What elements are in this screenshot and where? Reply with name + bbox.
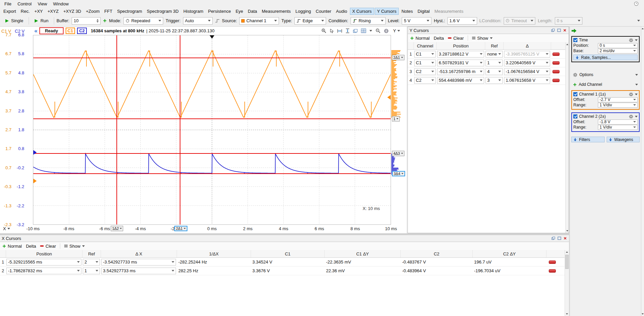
y-delta-button[interactable]: Delta [434, 36, 444, 41]
y-cursor-position-select[interactable]: 6.507829181 V [437, 60, 484, 66]
y-axis-selector[interactable]: Y [391, 28, 402, 34]
y-cursor-ref-select[interactable]: 3 [486, 77, 503, 84]
y-show-button[interactable]: Show [472, 36, 493, 41]
length-select[interactable]: 0 s [555, 17, 582, 25]
trigger-level-marker[interactable] [387, 95, 391, 100]
remove-cursor-button[interactable] [552, 52, 560, 56]
quad-view-icon[interactable]: 1234 [360, 28, 367, 33]
view-export[interactable]: Export [1, 8, 19, 15]
x-cursor-marker-2Δ1[interactable]: 2Δ1 [174, 226, 187, 231]
y-cursor-ref-select[interactable]: 4 [486, 68, 503, 75]
options-select[interactable]: Options [571, 72, 640, 78]
remove-cursor-button[interactable] [549, 260, 556, 264]
float-window-icon[interactable] [550, 29, 556, 32]
remove-cursor-button[interactable] [549, 269, 556, 273]
y-cursor-position-select[interactable]: -513.167259786 m [437, 68, 484, 75]
channel1-checkbox[interactable] [573, 92, 577, 96]
spinner-arrows-icon[interactable] [97, 19, 99, 23]
channel1-range-select[interactable]: 1 V/div [598, 103, 638, 108]
view-mode-chevron-icon[interactable] [369, 30, 373, 32]
remove-cursor-button[interactable] [552, 70, 560, 73]
view-spectrogram[interactable]: Spectrogram [115, 8, 144, 15]
view--xyz-3d[interactable]: +XYZ 3D [61, 8, 83, 15]
view--xyz[interactable]: +XYZ [45, 8, 61, 15]
chevron-down-icon[interactable] [635, 94, 638, 95]
single-button[interactable]: Single [2, 17, 26, 24]
trigger-select[interactable]: Auto [183, 17, 213, 25]
time-position-select[interactable]: 0 s [598, 43, 638, 48]
gear-icon[interactable] [629, 92, 633, 97]
history-back-icon[interactable]: « [34, 29, 37, 33]
condition-select[interactable]: Rising [351, 17, 386, 25]
y-cursor-channel-select[interactable]: C2 [414, 68, 436, 75]
view-fft[interactable]: FFT [102, 8, 115, 15]
float-window-icon[interactable] [551, 237, 556, 240]
fit-height-icon[interactable] [345, 28, 350, 34]
y-cursor-position-select[interactable]: 3.287188612 V [437, 51, 484, 58]
remove-cursor-button[interactable] [552, 61, 560, 65]
source-select[interactable]: Channel 1 [239, 17, 279, 25]
x-cursor-ref-select[interactable]: 2 [83, 259, 100, 266]
lcondition-select[interactable]: Timeout [504, 17, 535, 25]
view-notes[interactable]: Notes [399, 8, 415, 15]
y-cursor-delta-select[interactable]: -1.0676156584 V [504, 68, 550, 75]
view-histogram[interactable]: Histogram [181, 8, 206, 15]
gear-icon[interactable] [629, 38, 633, 42]
x-cursor-position-select[interactable]: -5.329215565 ms [6, 259, 81, 266]
x-normal-button[interactable]: Normal [2, 244, 22, 249]
zoom-out-icon[interactable] [375, 28, 381, 34]
type-select[interactable]: Edge [294, 17, 326, 25]
maximize-window-icon[interactable] [557, 29, 562, 32]
x-cursor-marker-1Δ2[interactable]: 1Δ2 [111, 226, 123, 231]
channel2-range-select[interactable]: 1 V/div [598, 125, 638, 130]
view-spectrogram-3d[interactable]: Spectrogram 3D [144, 8, 181, 15]
add-channel-select[interactable]: Add Channel [571, 81, 640, 87]
rate-samples-button[interactable]: Rate, Samples... [573, 55, 638, 60]
mode-select[interactable]: Repeated [123, 17, 163, 25]
gear-icon[interactable] [629, 114, 633, 119]
view--zoom[interactable]: +Zoom [83, 8, 102, 15]
maximize-window-icon[interactable] [557, 237, 562, 240]
y-cursor-position-select[interactable]: 554.4483986 mV [437, 77, 484, 84]
channel1-offset-select[interactable]: -2.7 V [598, 97, 638, 102]
chevron-down-icon[interactable] [635, 39, 638, 41]
x-cursor-position-select[interactable]: -1.786287832 ms [6, 268, 81, 274]
level-select[interactable]: 5 V [402, 17, 431, 25]
buffer-spinner[interactable]: 10 [72, 17, 101, 25]
time-checkbox[interactable] [573, 38, 577, 42]
view-rec-[interactable]: Rec. [19, 8, 32, 15]
menu-window[interactable]: Window [50, 0, 72, 7]
x-cursor-delta-select[interactable]: 3.542927733 ms [101, 268, 176, 274]
zoom-in-icon[interactable] [321, 28, 327, 34]
menu-file[interactable]: File [1, 0, 14, 7]
y-normal-button[interactable]: Normal [410, 36, 430, 41]
channel2-offset-select[interactable]: -1.8 V [598, 119, 638, 125]
y-cursors-scrollbar[interactable] [565, 42, 569, 233]
y-cursor-channel-select[interactable]: C2 [414, 77, 436, 84]
remove-cursor-button[interactable] [552, 79, 560, 82]
y-cursor-delta-select[interactable]: 3.220640569 V [504, 60, 550, 66]
y-cursor-ref-select[interactable]: none [486, 51, 503, 58]
pointer-icon[interactable] [329, 28, 334, 34]
waveform-plot[interactable]: X: 10 ms [33, 35, 391, 225]
wavegens-button[interactable]: Wavegens [607, 137, 640, 142]
y-cursor-marker-1[interactable]: 1 [392, 116, 400, 121]
c1-badge[interactable]: C1 [66, 28, 75, 34]
close-icon[interactable]: × [563, 28, 567, 32]
y-clear-button[interactable]: Clear [448, 36, 464, 41]
close-icon[interactable]: × [563, 236, 567, 240]
view-data[interactable]: Data [246, 8, 259, 15]
y-cursor-ref-select[interactable]: 1 [486, 60, 503, 66]
x-cursors-scrollbar[interactable] [565, 250, 569, 316]
y-cursor-channel-select[interactable]: C1 [414, 51, 436, 58]
hysteresis-select[interactable]: 1.6 V [448, 17, 477, 25]
y-cursor-marker-2Δ1[interactable]: 2Δ1 [392, 55, 404, 60]
view-eye[interactable]: Eye [233, 8, 245, 15]
fit-width-icon[interactable] [336, 29, 343, 33]
x-show-button[interactable]: Show [64, 244, 85, 249]
chevron-down-icon[interactable] [635, 116, 638, 117]
view-x-cursors[interactable]: X Cursors [350, 8, 374, 15]
channel2-checkbox[interactable] [573, 114, 577, 118]
view-logging[interactable]: Logging [293, 8, 313, 15]
x-delta-button[interactable]: Delta [26, 244, 36, 249]
